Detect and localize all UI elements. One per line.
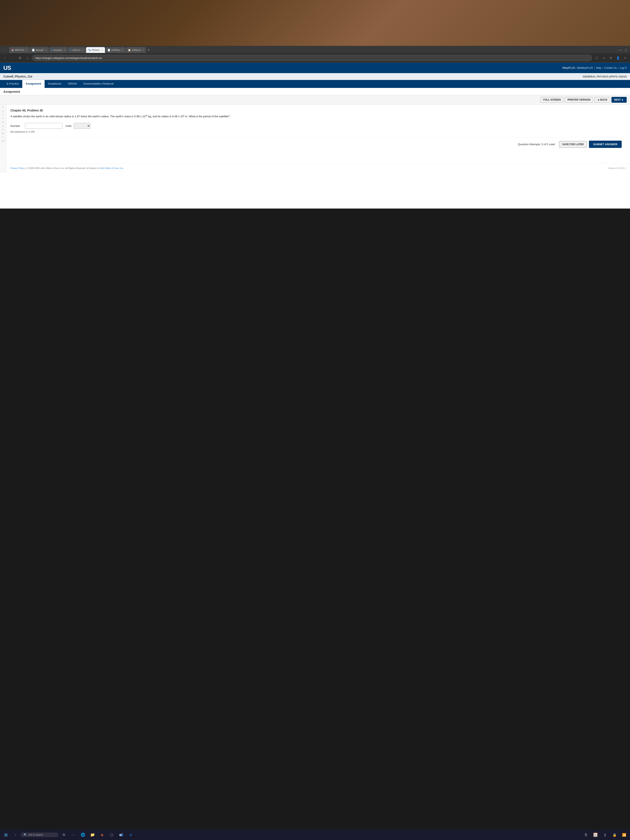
printer-version-button[interactable]: PRINTER VERSION — [565, 97, 593, 103]
footer-copyright-link[interactable]: John Wiley & Sons, Inc. — [100, 167, 124, 169]
sidebar-hint-0: m — [0, 106, 6, 109]
tab-orion[interactable]: ORION — [65, 80, 80, 88]
tab-close-90k[interactable]: × — [82, 49, 84, 52]
submit-answer-button[interactable]: SUBMIT ANSWER — [589, 141, 622, 148]
tab-2200exa1[interactable]: 📄 2200Exa × — [106, 47, 125, 53]
course-header: Cutnell, Physics, 11e GENERAL PHYSICS (P… — [0, 73, 630, 80]
tab-label-2200exa2: 2200exa — [132, 49, 141, 51]
taskbar-search-bar[interactable]: 🔍 ere to search — [21, 832, 58, 837]
tab-downloadable-etextbook[interactable]: Downloadable eTextbook — [80, 80, 117, 88]
new-tab-button[interactable]: + — [146, 48, 151, 52]
sidebar-hint-9: ent — [0, 139, 6, 143]
home-button[interactable]: ⌂ — [25, 55, 30, 61]
tab-close-spring[interactable]: × — [45, 49, 47, 52]
tab-label-answers: Answers — [54, 49, 62, 51]
taskbar-ie-icon[interactable]: ℯ — [127, 831, 135, 839]
tab-2200exa2[interactable]: 📋 2200exa × — [126, 47, 145, 53]
taskbar-lock-icon[interactable]: 🔒 — [610, 831, 619, 839]
forward-nav-button[interactable]: → — [9, 55, 16, 61]
desktop-background — [0, 0, 630, 46]
maximize-button[interactable]: □ — [624, 48, 628, 52]
sidebar-hint-6: m — [0, 128, 6, 131]
browser-content: US WileyPLUS: MyWileyPLUS | Help | Conta… — [0, 63, 630, 208]
main-content: Chapter 05, Problem 36 A satellite circl… — [6, 104, 630, 173]
tab-close-2200exa1[interactable]: × — [122, 49, 123, 52]
tab-period[interactable]: 🐾 Period | × — [86, 47, 105, 53]
star-button[interactable]: ☆ — [601, 55, 607, 61]
tab-close-answers[interactable]: × — [64, 49, 65, 52]
tab-favicon-answers: b — [51, 49, 53, 51]
tab-favicon-90k: b — [70, 49, 71, 51]
course-title: Cutnell, Physics, 11e — [3, 75, 32, 78]
my-wiley-plus-link[interactable]: MyWileyPLUS — [577, 66, 593, 69]
taskbar-windows-store-icon[interactable]: 🪟 — [591, 831, 600, 839]
full-screen-button[interactable]: FULL SCREEN — [541, 97, 564, 103]
taskbar-task-view[interactable]: ⧉ — [60, 831, 68, 839]
sidebar-hint-2: m — [0, 113, 6, 117]
wiley-top-bar: US WileyPLUS: MyWileyPLUS | Help | Conta… — [0, 63, 630, 73]
taskbar-a-icon[interactable]: a — [98, 831, 106, 839]
tab-close-math[interactable]: × — [26, 49, 27, 52]
tab-assignment[interactable]: Assignment — [22, 80, 44, 88]
attempts-text: Question Attempts: 0 of 5 used — [518, 143, 555, 146]
main-layout: m m m m ee m m leo m ent Chapter 05, Pro… — [0, 104, 630, 173]
assignment-section: Assignment — [0, 88, 630, 95]
tab-90k[interactable]: b a 90.0-k × — [68, 47, 86, 53]
submit-area: Question Attempts: 0 of 5 used SAVE FOR … — [10, 137, 626, 151]
back-button-assignment[interactable]: ◄ BACK — [594, 97, 610, 103]
share-button[interactable]: ↗ — [622, 55, 628, 61]
units-label: Units — [65, 125, 72, 128]
sidebar-hint-5: m — [0, 124, 6, 128]
tolerance-text: the tolerance is +/-2% — [10, 130, 626, 133]
help-link[interactable]: Help — [596, 66, 601, 69]
tab-label-spring: Spring2 — [36, 49, 44, 51]
wiley-nav-right: WileyPLUS: MyWileyPLUS | Help | Contact … — [559, 63, 630, 73]
log-out-link[interactable]: Log O — [620, 66, 627, 69]
taskbar-search-button[interactable]: ○ — [11, 831, 20, 839]
footer-copyright: © 2000-2020 John Wiley & Sons, Inc. — [27, 167, 65, 169]
address-bar-input[interactable] — [32, 55, 592, 61]
sidebar-hint-3: m — [0, 117, 6, 120]
search-icon: 🔍 — [24, 833, 27, 836]
refresh-button[interactable]: ↻ — [17, 55, 23, 61]
problem-title: Chapter 05, Problem 36 — [10, 109, 626, 112]
tab-label-90k: a 90.0-k — [72, 49, 81, 51]
privacy-policy-link[interactable]: Privacy Policy — [10, 167, 25, 169]
tab-close-period[interactable]: × — [101, 49, 103, 52]
tab-gradebook[interactable]: Gradebook — [44, 80, 65, 88]
taskbar-start-button[interactable]: ⊞ — [2, 831, 10, 839]
next-button-assignment[interactable]: NEXT ► — [611, 97, 627, 103]
units-select[interactable] — [74, 123, 90, 129]
answer-input[interactable] — [25, 123, 63, 129]
assignment-label: Assignment — [3, 90, 627, 93]
contact-us-link[interactable]: Contact Us — [605, 66, 617, 69]
taskbar-file-icon[interactable]: 📁 — [88, 831, 97, 839]
minimize-button[interactable]: — — [617, 48, 623, 52]
profile-button[interactable]: 👤 — [615, 55, 621, 61]
taskbar-apps-button[interactable]: ⋯ — [69, 831, 77, 839]
taskbar-dollar-icon[interactable]: $ — [582, 831, 590, 839]
taskbar-chevron-icon[interactable]: ❯ — [601, 831, 609, 839]
taskbar-dropbox-icon[interactable]: ⬡ — [107, 831, 116, 839]
tab-math[interactable]: 📚 MATH1S × — [9, 47, 29, 53]
taskbar-mail-icon[interactable]: 📬 — [117, 831, 125, 839]
save-for-later-button[interactable]: SAVE FOR LATER — [559, 141, 587, 148]
extensions-button[interactable]: □ — [594, 55, 600, 61]
tab-practice[interactable]: & Practice — [3, 80, 22, 88]
wiley-logo-area: US — [0, 63, 14, 73]
tab-label-period: Period | — [92, 49, 100, 51]
taskbar: ⊞ ○ 🔍 ere to search ⧉ ⋯ 🌐 📁 a ⬡ 📬 ℯ $ 🪟 … — [0, 830, 630, 840]
sidebar-hint-7: leo — [0, 132, 6, 135]
tab-close-2200exa2[interactable]: × — [142, 49, 144, 52]
taskbar-wifi-icon[interactable]: 📶 — [620, 831, 628, 839]
tab-label-2200exa1: 2200Exa — [111, 49, 120, 51]
tab-answers[interactable]: b Answers × — [49, 47, 68, 53]
sidebar-hint-1: m — [0, 109, 6, 113]
tab-bar: ← 📚 MATH1S × 📄 Spring2 × b Answers × b a… — [0, 46, 630, 53]
back-button[interactable]: ← — [2, 47, 8, 53]
taskbar-browser-icon[interactable]: 🌐 — [79, 831, 87, 839]
wiley-logo: US — [3, 65, 11, 71]
tab-spring[interactable]: 📄 Spring2 × — [30, 47, 49, 53]
settings-icon-button[interactable]: ≡ — [608, 55, 614, 61]
back-nav-button[interactable]: ← — [2, 55, 8, 61]
